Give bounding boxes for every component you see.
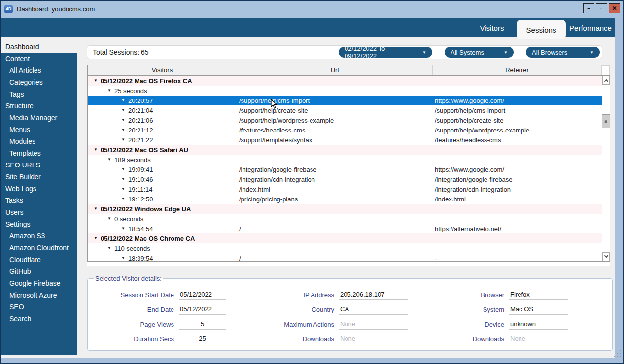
pageview-row[interactable]: ▼20:21:06/support/help/wordpress-example… [88, 115, 602, 125]
pageview-row[interactable]: ▼20:21:04/support/help/create-site/suppo… [88, 105, 602, 115]
pageview-row[interactable]: ▼20:20:57/support/help/cms-importhttps:/… [88, 96, 602, 105]
browsers-dropdown[interactable]: All Browsers ▼ [526, 47, 600, 58]
tree-collapse-icon[interactable]: ▼ [107, 216, 111, 221]
column-header-url[interactable]: Url [237, 65, 433, 75]
tree-collapse-icon[interactable]: ▼ [121, 108, 125, 112]
tree-collapse-icon[interactable]: ▼ [107, 88, 111, 93]
chevron-down-icon: ▼ [504, 50, 508, 55]
detail-field-session-start-date: Session Start Date05/12/2022 [93, 287, 233, 302]
detail-field-downloads: DownloadsNone [245, 331, 413, 346]
referrer-cell: https://www.google.com/ [433, 97, 602, 104]
scroll-up-button[interactable] [602, 76, 610, 85]
tree-collapse-icon[interactable]: ▼ [121, 118, 125, 122]
date-range-dropdown[interactable]: 02/12/2022 To 09/12/2022 ▼ [339, 47, 432, 58]
url-cell: / [237, 255, 433, 262]
sidebar-item-google-firebase[interactable]: Google Firebase [1, 277, 77, 289]
detail-field-device: Deviceunknown [425, 317, 578, 331]
sidebar: ContentAll ArticlesCategoriesTagsStructu… [1, 53, 77, 355]
tree-collapse-icon[interactable]: ▼ [121, 167, 125, 171]
pageview-row[interactable]: ▼19:12:50/pricing/pricing-plans/index.ht… [88, 194, 602, 204]
visitor-cell: 05/12/2022 Windows Edge UA [101, 205, 191, 213]
sidebar-item-seo[interactable]: SEO [1, 301, 77, 313]
sidebar-item-amazon-cloudfront[interactable]: Amazon Cloudfront [1, 242, 77, 254]
sidebar-item-templates[interactable]: Templates [1, 147, 77, 159]
session-duration-row[interactable]: ▼189 seconds [88, 155, 602, 165]
session-group-row[interactable]: ▼05/12/2022 Windows Edge UA [88, 204, 602, 214]
sidebar-item-microsoft-azure[interactable]: Microsoft Azure [1, 289, 77, 301]
tab-visitors[interactable]: Visitors [467, 18, 517, 37]
vertical-scrollbar[interactable]: ≡ [602, 76, 610, 261]
pageview-row[interactable]: ▼19:09:41/integration/google-firebasehtt… [88, 165, 602, 174]
pageview-row[interactable]: ▼19:10:46/integration/cdn-integration/in… [88, 174, 602, 184]
sidebar-item-all-articles[interactable]: All Articles [1, 65, 77, 76]
close-button[interactable]: ✕ [609, 3, 620, 13]
sidebar-item-media-manager[interactable]: Media Manager [1, 112, 77, 124]
tree-collapse-icon[interactable]: ▼ [121, 128, 125, 132]
selected-visitor-details: Selected Visitor details: Session Start … [87, 275, 613, 351]
pageview-row[interactable]: ▼20:21:22/support/templates/syntax/featu… [88, 135, 602, 145]
tree-collapse-icon[interactable]: ▼ [121, 177, 125, 181]
tree-collapse-icon[interactable]: ▼ [94, 147, 98, 152]
tree-collapse-icon[interactable]: ▼ [94, 78, 98, 83]
minimize-button[interactable]: – [583, 3, 594, 13]
sidebar-item-seo-urls[interactable]: SEO URLS [1, 159, 77, 171]
resize-grip[interactable] [613, 350, 621, 358]
tree-collapse-icon[interactable]: ▼ [121, 256, 125, 260]
tree-collapse-icon[interactable]: ▼ [121, 226, 125, 231]
field-label: Page Views [93, 321, 174, 328]
sidebar-item-users[interactable]: Users [1, 206, 77, 218]
tree-collapse-icon[interactable]: ▼ [121, 98, 125, 102]
pageview-row[interactable]: ▼19:11:14/index.html/integration/cdn-int… [88, 184, 602, 194]
sidebar-item-tasks[interactable]: Tasks [1, 195, 77, 206]
sidebar-item-search[interactable]: Search [1, 313, 77, 325]
sidebar-item-site-builder[interactable]: Site Builder [1, 171, 77, 183]
tree-collapse-icon[interactable]: ▼ [94, 206, 98, 211]
chevron-down-icon: ▼ [422, 50, 426, 55]
session-group-row[interactable]: ▼05/12/2022 Mac OS Firefox CA [88, 76, 602, 86]
pageview-row[interactable]: ▼20:21:12/features/headless-cms/support/… [88, 125, 602, 135]
sidebar-item-amazon-s3[interactable]: Amazon S3 [1, 230, 77, 242]
pageview-row[interactable]: ▼18:54:54/https://alternativeto.net/ [88, 224, 602, 233]
field-value: 5 [179, 319, 226, 330]
url-cell: /support/templates/syntax [237, 136, 433, 144]
sidebar-item-github[interactable]: GitHub [1, 265, 77, 277]
sidebar-item-menus[interactable]: Menus [1, 124, 77, 135]
maximize-button[interactable]: ▫ [596, 3, 607, 13]
url-cell: /features/headless-cms [237, 127, 433, 134]
session-group-row[interactable]: ▼05/12/2022 Mac OS Chrome CA [88, 233, 602, 243]
sidebar-item-tags[interactable]: Tags [1, 88, 77, 100]
detail-field-downloads: DownloadsNone [425, 331, 578, 346]
sidebar-selected-area: Dashboard [1, 41, 77, 53]
session-duration-row[interactable]: ▼110 seconds [88, 243, 602, 253]
sidebar-item-settings[interactable]: Settings [1, 218, 77, 230]
tab-sessions[interactable]: Sessions [517, 20, 566, 39]
scroll-down-button[interactable] [602, 252, 610, 261]
tab-performance[interactable]: Performance [566, 18, 615, 37]
tree-collapse-icon[interactable]: ▼ [107, 157, 111, 162]
sidebar-item-dashboard[interactable]: Dashboard [1, 41, 77, 53]
url-cell: /integration/cdn-integration [237, 176, 433, 183]
tree-collapse-icon[interactable]: ▼ [94, 236, 98, 240]
scrollbar-track[interactable]: ≡ [602, 85, 610, 252]
column-header-visitors[interactable]: Visitors [88, 65, 237, 75]
systems-dropdown[interactable]: All Systems ▼ [445, 47, 514, 58]
pageview-row[interactable]: ▼18:39:54/- [88, 253, 602, 261]
tree-collapse-icon[interactable]: ▼ [121, 197, 125, 201]
sidebar-item-structure[interactable]: Structure [1, 100, 77, 112]
sidebar-item-web-logs[interactable]: Web Logs [1, 183, 77, 195]
sidebar-item-cloudflare[interactable]: Cloudflare [1, 254, 77, 265]
sidebar-item-modules[interactable]: Modules [1, 135, 77, 147]
window-frame-right [615, 18, 623, 363]
session-group-row[interactable]: ▼05/12/2022 Mac OS Safari AU [88, 145, 602, 155]
session-duration-row[interactable]: ▼25 seconds [88, 86, 602, 96]
scrollbar-thumb[interactable]: ≡ [602, 114, 610, 128]
column-header-referrer[interactable]: Referrer [433, 65, 602, 75]
sidebar-item-content[interactable]: Content [1, 53, 77, 65]
tree-collapse-icon[interactable]: ▼ [121, 137, 125, 142]
sidebar-item-categories[interactable]: Categories [1, 76, 77, 88]
tree-collapse-icon[interactable]: ▼ [107, 246, 111, 250]
tree-collapse-icon[interactable]: ▼ [121, 187, 125, 191]
url-cell: /pricing/pricing-plans [237, 196, 433, 203]
session-duration-row[interactable]: ▼0 seconds [88, 214, 602, 224]
field-value: 05/12/2022 [179, 304, 226, 315]
